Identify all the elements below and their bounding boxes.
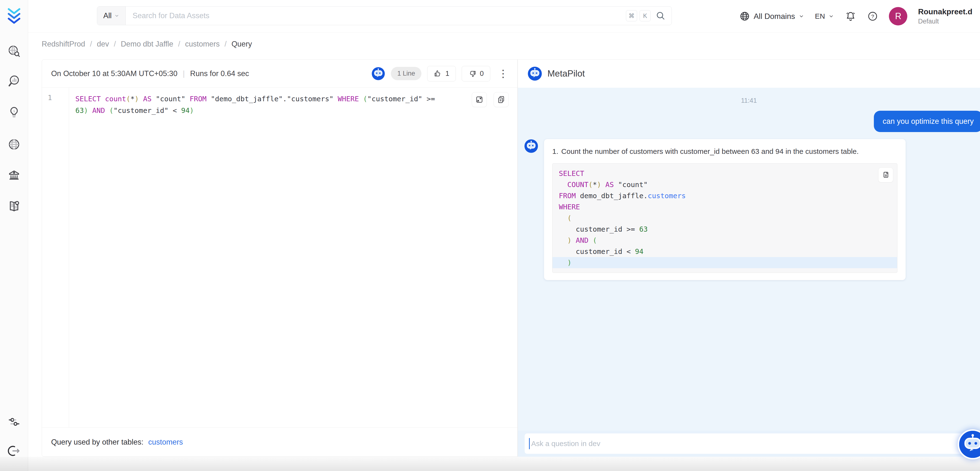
search-input[interactable] <box>126 11 626 20</box>
line-count-badge: 1 Line <box>391 67 422 80</box>
chevron-down-icon <box>799 13 804 19</box>
query-panel: On October 10 at 5:30AM UTC+05:30 | Runs… <box>42 59 518 457</box>
breadcrumb-separator: / <box>90 40 92 48</box>
metapilot-floating-button[interactable] <box>958 429 980 459</box>
all-domains-dropdown[interactable]: All Domains <box>739 11 804 22</box>
query-usage-table-link[interactable]: customers <box>148 438 183 447</box>
language-label: EN <box>815 12 825 20</box>
copy-icon <box>497 95 506 104</box>
editor-line-number: 1 <box>42 88 69 102</box>
metapilot-avatar-icon <box>528 66 542 81</box>
thumbs-up-icon <box>434 70 442 78</box>
collapse-icon <box>475 95 484 104</box>
query-duration: Runs for 0.64 sec <box>190 69 249 78</box>
editor-gutter: 1 <box>42 88 69 427</box>
shortcut-cmd-key: ⌘ <box>626 10 637 21</box>
sidebar-domains-globe-icon[interactable] <box>7 137 21 151</box>
assistant-message-card: 1. Count the number of customers with cu… <box>544 139 905 280</box>
query-footer: Query used by other tables: customers <box>42 427 517 457</box>
notifications-bell-icon[interactable] <box>845 10 856 22</box>
query-run-timestamp: On October 10 at 5:30AM UTC+05:30 <box>51 69 177 78</box>
copy-query-button[interactable] <box>494 92 509 107</box>
metapilot-title: MetaPilot <box>547 68 585 79</box>
breadcrumb-separator: / <box>114 40 116 48</box>
query-usage-label: Query used by other tables: <box>51 438 143 447</box>
breadcrumb-current: Query <box>231 40 252 48</box>
user-avatar[interactable]: R <box>889 7 907 25</box>
global-search: All ⌘ K <box>97 6 672 25</box>
user-info[interactable]: Rounakpreet.d Default <box>918 7 972 25</box>
upvote-button[interactable]: 1 <box>427 66 456 81</box>
code-line: FROM demo_dbt_jaffle.customers <box>552 190 897 201</box>
sidebar-glossary-book-icon[interactable] <box>7 199 21 213</box>
thumbs-down-icon <box>468 70 476 78</box>
assistant-message-text: Count the number of customers with custo… <box>561 146 859 157</box>
search-scope-label: All <box>103 11 111 20</box>
assistant-avatar-icon <box>524 139 538 153</box>
sidebar-insights-icon[interactable] <box>7 75 21 88</box>
breadcrumb-connection[interactable]: RedshiftProd <box>42 40 85 48</box>
breadcrumb-database[interactable]: dev <box>97 40 109 48</box>
breadcrumb-schema[interactable]: Demo dbt Jaffle <box>121 40 173 48</box>
sidebar-logout-icon[interactable] <box>7 444 21 458</box>
downvote-count: 0 <box>480 70 484 78</box>
sidebar-preferences-sliders-icon[interactable] <box>7 415 21 429</box>
sidebar-ideas-bulb-icon[interactable] <box>7 106 21 119</box>
shortcut-k-key: K <box>640 10 651 21</box>
code-line: ( <box>552 213 897 224</box>
more-options-menu-icon[interactable]: ⋮ <box>496 68 510 80</box>
search-icon[interactable] <box>655 11 666 21</box>
help-icon[interactable]: ? <box>867 11 878 22</box>
assistant-sql-code-block: SELECT COUNT(*) AS "count"FROM demo_dbt_… <box>552 163 897 273</box>
assistant-chat-message: 1. Count the number of customers with cu… <box>524 139 905 280</box>
metapilot-header: MetaPilot <box>518 60 980 88</box>
user-name: Rounakpreet.d <box>918 7 972 16</box>
chat-timestamp: 11:41 <box>518 97 980 104</box>
all-domains-label: All Domains <box>754 12 795 21</box>
chat-input-box[interactable] <box>525 433 973 454</box>
robot-icon <box>959 431 980 458</box>
chevron-down-icon <box>114 13 119 18</box>
copy-icon <box>881 170 890 179</box>
copy-code-button[interactable] <box>878 167 893 183</box>
metapilot-chat-area: 11:41 can you optimize this query 1. Cou… <box>518 88 980 431</box>
chat-question-input[interactable] <box>530 439 973 448</box>
code-line: ) AND ( <box>552 235 897 246</box>
query-header: On October 10 at 5:30AM UTC+05:30 | Runs… <box>42 60 517 88</box>
breadcrumb-separator: / <box>178 40 180 48</box>
code-line: SELECT <box>552 168 897 179</box>
breadcrumb: RedshiftProd / dev / Demo dbt Jaffle / c… <box>42 40 252 48</box>
sidebar-discover-icon[interactable] <box>7 45 21 58</box>
chat-input-row <box>518 431 980 457</box>
user-chat-message: can you optimize this query <box>874 111 980 132</box>
code-line: WHERE <box>552 201 897 213</box>
user-workspace: Default <box>918 18 972 25</box>
collapse-editor-button[interactable] <box>472 92 487 107</box>
breadcrumb-separator: / <box>224 40 227 48</box>
top-bar: All ⌘ K All Domains EN <box>28 0 980 32</box>
search-scope-dropdown[interactable]: All <box>97 6 126 25</box>
downvote-button[interactable]: 0 <box>461 66 490 81</box>
left-sidebar <box>0 0 28 471</box>
breadcrumb-table[interactable]: customers <box>185 40 220 48</box>
assistant-list-number: 1. <box>552 146 558 157</box>
upvote-count: 1 <box>445 70 449 78</box>
code-line: COUNT(*) AS "count" <box>552 179 897 190</box>
code-line: ) <box>552 257 897 268</box>
editor-code-area[interactable]: SELECT count(*) AS "count" FROM "demo_db… <box>69 88 517 427</box>
page-bottom-fade <box>0 457 980 471</box>
app-logo-icon[interactable] <box>7 7 21 25</box>
meta-separator: | <box>183 69 185 78</box>
editor-sql-line: SELECT count(*) AS "count" FROM "demo_db… <box>75 93 439 116</box>
metapilot-panel: MetaPilot 11:41 can you optimize this qu… <box>518 59 980 457</box>
code-line: customer_id >= 63 <box>552 224 897 235</box>
language-dropdown[interactable]: EN <box>815 12 834 20</box>
metapilot-run-badge-icon[interactable] <box>372 67 385 80</box>
user-avatar-initial: R <box>895 11 901 21</box>
assistant-sql-lines: SELECT COUNT(*) AS "count"FROM demo_dbt_… <box>552 168 897 268</box>
svg-text:?: ? <box>872 14 874 19</box>
code-line: customer_id < 94 <box>552 246 897 257</box>
chevron-down-icon <box>828 13 834 19</box>
sidebar-governance-bank-icon[interactable] <box>7 168 21 182</box>
sql-editor[interactable]: 1 SELECT count(*) AS "count" FROM "demo_… <box>42 88 517 427</box>
